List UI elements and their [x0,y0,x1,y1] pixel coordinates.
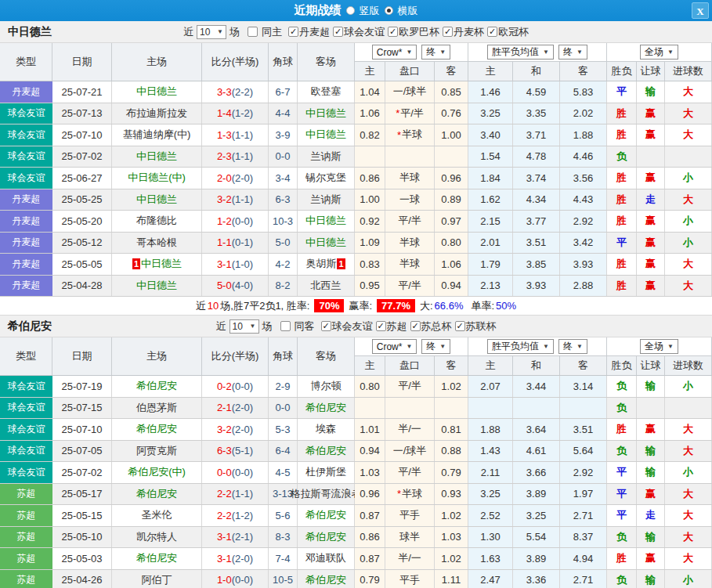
odds-time-select[interactable]: 终 [421,45,450,60]
match-date: 25-04-26 [52,570,112,588]
odds-time-value: 终 [426,45,436,59]
recent-count-select[interactable]: 10 [197,25,226,39]
horizontal-layout-label[interactable]: 横版 [398,4,418,18]
home-team-name: 希伯尼安 [136,487,177,501]
match-row: 球会友谊25-07-15伯恩茅斯2-1(2-0)0-0希伯尼安负 [0,398,712,420]
col-away: 客场 [298,43,355,81]
away-team: 博尔顿 [298,376,355,397]
avg-odds-select[interactable]: 胜平负均值 [487,339,554,354]
league-checkbox-label[interactable]: 丹麦超 [299,25,330,39]
corners: 7-4 [269,548,298,569]
crow-home-odds: 0.86 [355,168,385,189]
halftime-score: (0-1) [232,236,253,248]
avg-odds-select[interactable]: 胜平负均值 [487,45,554,60]
league-checkbox-label[interactable]: 苏超 [387,319,407,334]
result-goals: 小 [665,233,712,254]
league-checkbox-label[interactable]: 欧冠杯 [498,25,529,39]
avg-time-value: 终 [563,45,573,59]
score: 5-0(4-0) [202,276,269,297]
home-team-name: 中日德兰 [136,150,177,164]
odds-source-select[interactable]: Crow* [372,45,417,60]
fulltime-score: 0-0 [217,467,232,478]
crow-home-odds: 0.83 [355,254,385,275]
league-checkbox[interactable] [410,321,421,331]
result-goals [665,146,712,168]
avg-home-odds [468,398,513,419]
league-checkbox[interactable] [321,321,331,331]
single-rate: 50% [496,300,516,312]
recent-count-select[interactable]: 10 [230,319,259,334]
league-checkbox[interactable] [487,27,497,37]
league-checkbox[interactable] [288,27,298,37]
corners: 0-0 [269,146,298,168]
avg-odds-group: 胜平负均值 终 [468,43,607,62]
avg-away-odds: 1.88 [560,124,607,146]
score: 0-0(0-0) [202,462,269,483]
league-checkbox-label[interactable]: 球会友谊 [344,25,385,39]
avg-away-odds: 8.37 [560,527,607,548]
avg-time-value: 终 [563,340,573,353]
avg-away-odds: 2.92 [560,462,607,483]
avg-home-odds: 2.47 [468,570,513,588]
col-result-wdl: 胜负 [607,62,637,81]
result-wdl: 负 [607,376,637,397]
vertical-layout-radio[interactable] [346,6,355,15]
avg-time-select[interactable]: 终 [558,339,587,354]
corners: 10-5 [269,570,298,588]
handicap-line: 平手 [385,505,435,526]
scope-select[interactable]: 全场 [640,45,678,60]
match-row: 球会友谊25-07-02希伯尼安(中)0-0(0-0)4-5杜伊斯堡1.03平/… [0,462,712,484]
col-corner: 角球 [269,337,298,375]
scope-group: 全场 [607,337,712,356]
league-checkbox-label[interactable]: 欧罗巴杯 [399,25,439,39]
same-venue-checkbox[interactable] [248,27,258,37]
avg-away-odds: 2.02 [560,103,607,124]
league-checkbox-label[interactable]: 苏联杯 [466,319,497,334]
result-goals: 小 [665,462,712,483]
fulltime-score: 6-3 [217,445,232,456]
match-date: 25-05-03 [52,548,112,569]
crow-away-odds: 1.00 [435,124,468,146]
avg-draw-odds: 3.77 [513,211,560,232]
games-label: 场 [262,319,273,334]
league-checkbox[interactable] [333,27,343,37]
result-goals: 大 [665,527,712,548]
league-checkbox-label[interactable]: 丹麦杯 [454,25,484,39]
league-checkbox[interactable] [455,321,465,331]
horizontal-layout-radio[interactable] [385,6,393,15]
close-button[interactable] [692,2,709,19]
avg-odds-value: 胜平负均值 [492,340,539,353]
corners: 4-5 [269,462,298,483]
league-type-badge: 苏超 [0,548,52,569]
scope-select[interactable]: 全场 [640,339,678,354]
col-avg-away: 客 [560,356,607,375]
result-goals [665,398,712,419]
odds-time-select[interactable]: 终 [421,339,450,354]
same-venue-label[interactable]: 同主 [262,25,282,39]
star-mark: * [397,488,401,500]
avg-away-odds: 4.43 [560,189,607,211]
avg-time-select[interactable]: 终 [558,45,587,60]
result-goals: 大 [665,254,712,275]
same-venue-label[interactable]: 同客 [295,319,315,334]
same-venue-checkbox[interactable] [280,321,291,331]
league-checkbox-label[interactable]: 苏总杯 [421,319,452,334]
recent-count-value: 10 [200,27,210,38]
avg-draw-odds: 4.78 [513,146,560,168]
filters: 近 10 场 同客 球会友谊苏超苏总杯苏联杯 [0,316,712,337]
col-home: 主场 [112,337,202,375]
league-checkbox[interactable] [376,321,386,331]
col-crow-away: 客 [435,356,468,375]
league-checkbox-label[interactable]: 球会友谊 [332,319,373,334]
match-date: 25-05-15 [52,505,112,526]
odds-source-select[interactable]: Crow* [372,339,417,354]
result-wdl: 平 [607,505,637,526]
vertical-layout-label[interactable]: 竖版 [360,4,380,18]
avg-draw-odds: 4.59 [513,81,560,103]
league-checkbox[interactable] [388,27,398,37]
league-checkbox[interactable] [443,27,453,37]
home-team-name: 布隆德比 [136,214,177,228]
halftime-score: (0-0) [232,467,253,478]
league-type-badge: 球会友谊 [0,124,52,146]
match-row: 球会友谊25-07-10希伯尼安3-2(2-0)5-3埃森1.01半/一0.81… [0,419,712,441]
